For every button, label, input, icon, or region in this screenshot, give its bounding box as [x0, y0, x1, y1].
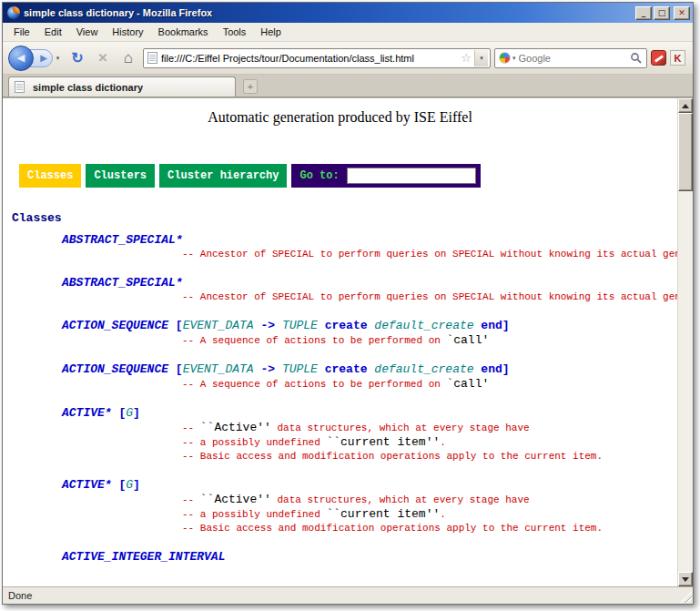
token-cls: ACTION_SEQUENCE: [62, 362, 176, 376]
goto-input[interactable]: [347, 168, 476, 184]
menu-bookmarks[interactable]: Bookmarks: [151, 24, 216, 40]
firefox-window: simple class dictionary - Mozilla Firefo…: [2, 2, 694, 605]
token-pun: ]: [502, 362, 510, 376]
token-cls: ABSTRACT_SPECIAL*: [62, 276, 183, 290]
history-dropdown-icon[interactable]: ▾: [53, 49, 63, 67]
url-dropdown-button[interactable]: ▾: [474, 50, 488, 66]
entry-comment: -- A sequence of actions to be performed…: [3, 377, 677, 392]
token-cls: ACTIVE_INTEGER_INTERVAL: [62, 550, 225, 564]
search-bar[interactable]: ▾: [494, 48, 647, 68]
token-pun: [: [176, 319, 183, 332]
entry-name[interactable]: ABSTRACT_SPECIAL*: [3, 275, 677, 290]
token-gen: EVENT_DATA: [183, 362, 254, 376]
classes-button[interactable]: Classes: [19, 164, 81, 188]
token-cls: ACTIVE*: [62, 406, 112, 420]
entry-name[interactable]: ACTION_SEQUENCE [EVENT_DATA -> TUPLE cre…: [3, 318, 677, 333]
vertical-scrollbar[interactable]: [677, 98, 693, 586]
token-pun: ]: [133, 478, 140, 492]
classes-section-title: Classes: [12, 211, 677, 225]
home-icon[interactable]: ⌂: [117, 47, 139, 69]
entry-comment: -- Basic access and modification operati…: [3, 450, 677, 463]
token-gen: G: [126, 478, 133, 492]
tab-page-icon: [15, 81, 25, 93]
scrollbar-track[interactable]: [678, 113, 693, 572]
goto-form: Go to:: [291, 164, 480, 188]
class-entry: ACTIVE* [G]-- ``Active'' data structures…: [3, 405, 677, 463]
entry-name[interactable]: ACTIVE* [G]: [3, 477, 677, 493]
menubar: File Edit View History Bookmarks Tools H…: [3, 23, 693, 42]
antivirus-addon-icon[interactable]: [651, 50, 666, 66]
menu-file[interactable]: File: [6, 24, 37, 40]
class-entries: ABSTRACT_SPECIAL*-- Ancestor of SPECIAL …: [3, 232, 677, 565]
class-entry: ACTIVE* [G]-- ``Active'' data structures…: [3, 477, 677, 535]
token-pun: ->: [254, 362, 282, 376]
search-engine-dropdown-icon[interactable]: ▾: [512, 55, 516, 62]
clusters-button[interactable]: Clusters: [86, 164, 155, 188]
search-magnifier-icon[interactable]: [630, 52, 643, 65]
page-nav-buttons: Classes Clusters Cluster hierarchy Go to…: [19, 164, 677, 188]
token-cls: ACTIVE*: [62, 478, 112, 492]
token-cmt: -- a possibly undefined: [182, 437, 326, 448]
token-cmt: .: [440, 509, 446, 520]
entry-name[interactable]: ACTION_SEQUENCE [EVENT_DATA -> TUPLE cre…: [3, 362, 677, 377]
token-code: `call': [446, 333, 489, 347]
token-code: `call': [446, 377, 489, 391]
entry-name[interactable]: ACTIVE* [G]: [3, 405, 677, 421]
search-input[interactable]: [519, 53, 630, 64]
token-pun: [318, 319, 325, 332]
class-entry: ACTION_SEQUENCE [EVENT_DATA -> TUPLE cre…: [3, 362, 677, 392]
up-arrow-icon: [682, 104, 689, 108]
token-cls: ABSTRACT_SPECIAL*: [62, 233, 183, 247]
token-cmt: -- Basic access and modification operati…: [182, 523, 603, 534]
menu-view[interactable]: View: [69, 24, 106, 40]
token-gen: default_create: [374, 362, 473, 376]
stop-icon[interactable]: ✕: [92, 47, 114, 69]
menu-history[interactable]: History: [105, 24, 150, 40]
class-entry: ACTION_SEQUENCE [EVENT_DATA -> TUPLE cre…: [3, 318, 677, 348]
down-arrow-icon: [682, 577, 689, 582]
class-entry: ACTIVE_INTEGER_INTERVAL: [3, 549, 677, 565]
url-input[interactable]: [161, 53, 458, 64]
token-cmt: --: [182, 423, 200, 433]
menu-edit[interactable]: Edit: [37, 24, 69, 40]
status-bar: Done: [3, 586, 693, 604]
maximize-button[interactable]: □: [654, 6, 670, 20]
resize-grip[interactable]: [680, 591, 692, 603]
refresh-icon[interactable]: ↻: [66, 47, 88, 69]
k-addon-icon[interactable]: K: [670, 50, 685, 66]
menu-help[interactable]: Help: [253, 24, 289, 40]
token-pun: ]: [133, 406, 140, 420]
scroll-up-button[interactable]: [678, 98, 693, 113]
titlebar[interactable]: simple class dictionary - Mozilla Firefo…: [3, 3, 693, 23]
scroll-down-button[interactable]: [678, 572, 693, 586]
token-kw: end: [481, 362, 502, 376]
bookmark-star-icon[interactable]: ☆: [461, 51, 472, 65]
firefox-icon: [7, 6, 20, 19]
page-icon: [147, 52, 157, 64]
page-title: Automatic generation produced by ISE Eif…: [3, 109, 677, 126]
menu-tools[interactable]: Tools: [216, 24, 254, 40]
token-cmt: -- A sequence of actions to be performed…: [182, 335, 446, 346]
token-cmt: .: [440, 437, 446, 448]
entry-name[interactable]: ABSTRACT_SPECIAL*: [3, 232, 677, 248]
entry-name[interactable]: ACTIVE_INTEGER_INTERVAL: [3, 549, 677, 565]
content-area: Automatic generation produced by ISE Eif…: [3, 97, 693, 586]
new-tab-button[interactable]: +: [243, 79, 258, 94]
token-gen: default_create: [374, 319, 473, 332]
token-kw: end: [481, 319, 502, 332]
entry-comment: -- A sequence of actions to be performed…: [3, 333, 677, 348]
token-pun: [318, 362, 325, 376]
minimize-button[interactable]: _: [635, 6, 652, 20]
tab-simple-class-dictionary[interactable]: simple class dictionary: [8, 76, 236, 97]
token-pun: [: [112, 406, 127, 420]
entry-comment: -- Ancestor of SPECIAL to perform querie…: [3, 248, 677, 261]
token-kw: create: [325, 319, 368, 332]
back-button[interactable]: ◀: [8, 46, 34, 71]
close-button[interactable]: ✕: [674, 6, 690, 20]
url-bar[interactable]: ☆ ▾: [143, 48, 491, 68]
token-cmt: data structures, which at every stage ha…: [271, 494, 530, 505]
google-icon[interactable]: [499, 52, 511, 64]
token-cmt: -- Ancestor of SPECIAL to perform querie…: [182, 291, 677, 302]
cluster-hierarchy-button[interactable]: Cluster hierarchy: [159, 164, 287, 188]
scrollbar-thumb[interactable]: [678, 113, 693, 191]
